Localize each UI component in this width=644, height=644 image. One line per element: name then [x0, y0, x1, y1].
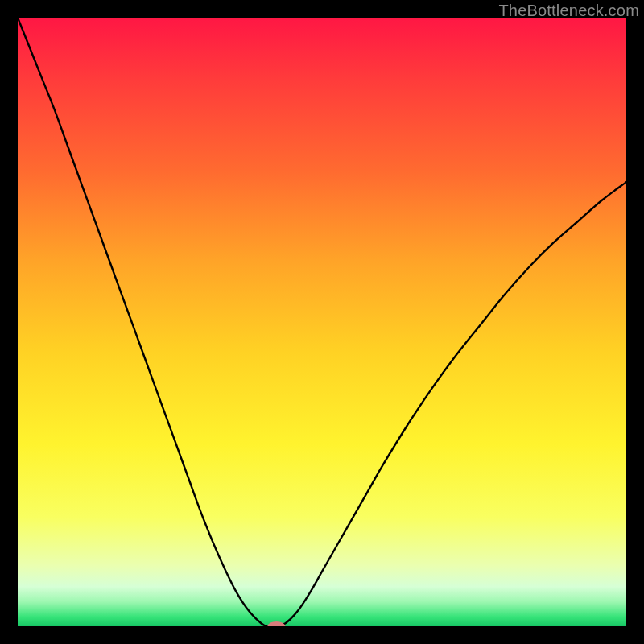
gradient-background — [18, 18, 626, 626]
chart-frame: TheBottleneck.com — [0, 0, 644, 644]
plot-area — [18, 18, 626, 626]
watermark-text: TheBottleneck.com — [498, 2, 639, 20]
chart-svg — [18, 18, 626, 626]
